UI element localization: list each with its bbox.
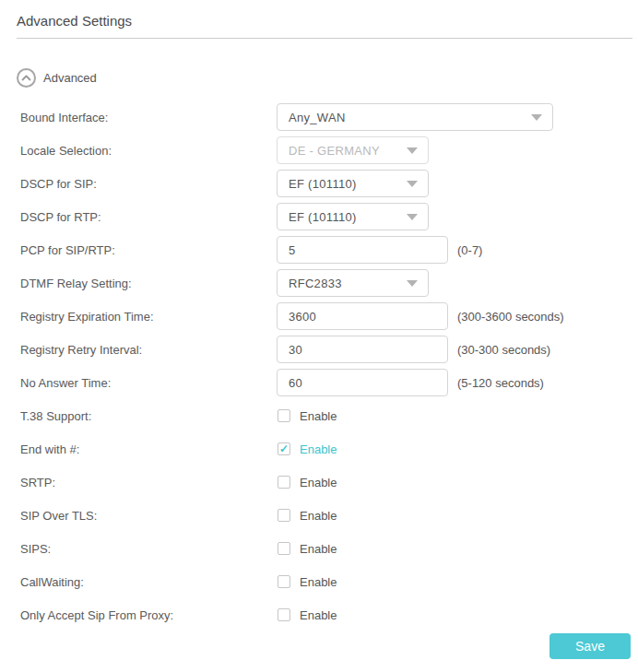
bound-interface-control: Any_WAN [277,103,553,131]
dscp-for-sip-control: EF (101110) [277,170,429,197]
only-accept-sip-from-proxy-label: Only Accept Sip From Proxy: [17,608,277,622]
locale-selection-select: DE - GERMANY [277,136,429,164]
t38-support-label: T.38 Support: [17,409,277,423]
dtmf-relay-setting-select[interactable]: RFC2833 [277,269,429,297]
registry-expiration-time-label: Registry Expiration Time: [17,310,277,324]
form-row-end-with-pound: End with #:✓Enable [17,432,632,466]
bound-interface-label: Bound Interface: [17,111,277,124]
form-row-sip-over-tls: SIP Over TLS:Enable [17,499,632,532]
form-row-dscp-for-rtp: DSCP for RTP:EF (101110) [17,200,632,233]
end-with-pound-checkbox[interactable]: ✓ [278,442,290,455]
dscp-for-rtp-label: DSCP for RTP: [17,210,277,224]
pcp-for-sip-rtp-label: PCP for SIP/RTP: [17,243,277,257]
locale-selection-control: DE - GERMANY [277,136,429,164]
chevron-up-circle-icon [17,68,36,88]
dtmf-relay-setting-selected-value: RFC2833 [289,277,342,290]
srtp-checkbox[interactable] [278,476,290,489]
sip-over-tls-control: Enable [277,509,337,523]
registry-expiration-time-control: (300-3600 seconds) [277,302,564,330]
sips-checkbox[interactable] [278,542,290,555]
end-with-pound-label: End with #: [17,442,277,456]
page-title: Advanced Settings [17,13,632,29]
registry-retry-interval-label: Registry Retry Interval: [17,343,277,357]
check-icon: ✓ [279,443,289,454]
sips-label: SIPS: [17,542,277,556]
callwaiting-enable-label: Enable [300,575,337,589]
srtp-label: SRTP: [17,476,277,489]
srtp-enable-label: Enable [300,476,337,489]
advanced-section-label: Advanced [43,71,97,85]
sips-enable-label: Enable [300,542,337,556]
end-with-pound-control: ✓Enable [277,442,337,456]
dscp-for-sip-select[interactable]: EF (101110) [277,170,429,197]
sip-over-tls-label: SIP Over TLS: [17,509,277,523]
registry-retry-interval-hint: (30-300 seconds) [457,343,550,357]
chevron-down-icon [407,147,418,154]
locale-selection-label: Locale Selection: [17,144,277,158]
form-row-no-answer-time: No Answer Time:(5-120 seconds) [17,366,632,399]
no-answer-time-input[interactable] [277,369,448,396]
settings-form: Bound Interface:Any_WANLocale Selection:… [17,100,632,631]
t38-support-checkbox[interactable] [278,409,290,422]
locale-selection-selected-value: DE - GERMANY [289,144,380,158]
sip-over-tls-checkbox[interactable] [278,509,290,522]
pcp-for-sip-rtp-hint: (0-7) [457,243,482,257]
bound-interface-selected-value: Any_WAN [289,111,346,124]
t38-support-control: Enable [277,409,337,423]
form-row-pcp-for-sip-rtp: PCP for SIP/RTP:(0-7) [17,233,632,266]
sip-over-tls-enable-label: Enable [300,509,337,523]
form-row-registry-retry-interval: Registry Retry Interval:(30-300 seconds) [17,333,632,366]
callwaiting-checkbox[interactable] [278,575,290,588]
form-row-registry-expiration-time: Registry Expiration Time:(300-3600 secon… [17,300,632,333]
form-row-sips: SIPS:Enable [17,532,632,565]
form-row-t38-support: T.38 Support:Enable [17,399,632,432]
form-row-locale-selection: Locale Selection:DE - GERMANY [17,134,632,167]
chevron-down-icon [407,181,418,187]
dtmf-relay-setting-control: RFC2833 [277,269,429,297]
no-answer-time-control: (5-120 seconds) [277,369,544,396]
t38-support-enable-label: Enable [300,409,337,423]
dscp-for-rtp-selected-value: EF (101110) [289,210,357,224]
dscp-for-sip-label: DSCP for SIP: [17,177,277,191]
dscp-for-rtp-control: EF (101110) [277,203,429,230]
no-answer-time-label: No Answer Time: [17,376,277,390]
form-row-bound-interface: Bound Interface:Any_WAN [17,100,632,134]
save-button[interactable]: Save [549,633,631,659]
registry-expiration-time-hint: (300-3600 seconds) [457,310,564,324]
dtmf-relay-setting-label: DTMF Relay Setting: [17,277,277,290]
form-row-callwaiting: CallWaiting:Enable [17,565,632,598]
form-row-srtp: SRTP:Enable [17,466,632,499]
dscp-for-sip-selected-value: EF (101110) [289,177,357,191]
callwaiting-label: CallWaiting: [17,575,277,589]
only-accept-sip-from-proxy-control: Enable [277,608,337,622]
advanced-settings-page: Advanced Settings Advanced Bound Interfa… [0,0,638,672]
form-row-only-accept-sip-from-proxy: Only Accept Sip From Proxy:Enable [17,598,632,631]
form-row-dtmf-relay-setting: DTMF Relay Setting:RFC2833 [17,266,632,300]
chevron-down-icon [407,214,418,220]
bound-interface-select[interactable]: Any_WAN [277,103,553,131]
end-with-pound-enable-label: Enable [300,442,337,456]
registry-retry-interval-input[interactable] [277,336,448,363]
title-divider [17,38,632,39]
form-row-dscp-for-sip: DSCP for SIP:EF (101110) [17,167,632,200]
no-answer-time-hint: (5-120 seconds) [457,376,544,390]
only-accept-sip-from-proxy-enable-label: Enable [300,608,337,622]
dscp-for-rtp-select[interactable]: EF (101110) [277,203,429,230]
chevron-down-icon [407,280,418,287]
chevron-down-icon [531,114,542,121]
pcp-for-sip-rtp-input[interactable] [277,236,448,264]
sips-control: Enable [277,542,337,556]
advanced-section-toggle[interactable]: Advanced [17,68,97,88]
srtp-control: Enable [277,476,337,489]
registry-expiration-time-input[interactable] [277,302,448,330]
pcp-for-sip-rtp-control: (0-7) [277,236,482,264]
registry-retry-interval-control: (30-300 seconds) [277,336,550,363]
only-accept-sip-from-proxy-checkbox[interactable] [278,608,290,621]
callwaiting-control: Enable [277,575,337,589]
save-row: Save [17,633,632,659]
